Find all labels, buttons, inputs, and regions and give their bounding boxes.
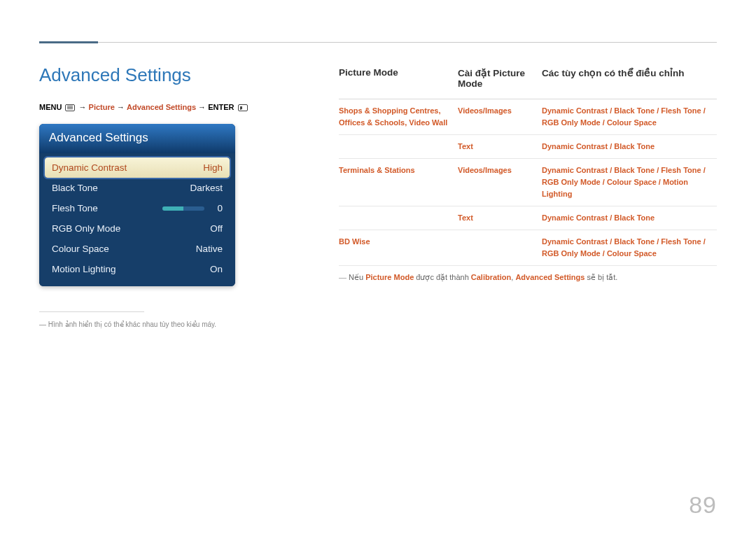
panel-body: Dynamic ContrastHighBlack ToneDarkestFle…: [39, 153, 235, 286]
menu-row[interactable]: RGB Only ModeOff: [45, 218, 230, 239]
breadcrumb-advanced: Advanced Settings: [127, 103, 196, 111]
right-column: Picture Mode Cài đặt Picture Mode Các tù…: [339, 64, 717, 328]
note-text: sẽ bị tắt.: [584, 273, 617, 281]
content: Advanced Settings MENU → Picture → Advan…: [39, 64, 717, 328]
menu-row[interactable]: Flesh Tone0: [45, 198, 230, 218]
menu-row-label: Colour Space: [52, 244, 109, 254]
breadcrumb-menu: MENU: [39, 103, 62, 111]
th-options: Các tùy chọn có thể điều chỉnh: [542, 64, 717, 99]
menu-icon: [65, 104, 75, 111]
table-cell: Dynamic Contrast / Black Tone: [542, 206, 717, 230]
menu-row-label: Black Tone: [52, 183, 98, 193]
th-picture-mode: Picture Mode: [339, 64, 458, 99]
slider[interactable]: 0: [162, 203, 223, 213]
table-cell: Dynamic Contrast / Black Tone / Flesh To…: [542, 230, 717, 266]
table-note: Nếu Picture Mode được đặt thành Calibrat…: [339, 273, 717, 282]
note-text: Nếu: [349, 273, 365, 281]
note-text: được đặt thành: [414, 273, 471, 281]
table-cell: Text: [458, 135, 542, 159]
breadcrumb-arrow: →: [198, 103, 208, 111]
footnote: Hình ảnh hiển thị có thể khác nhau tùy t…: [39, 321, 318, 328]
table-row: TextDynamic Contrast / Black Tone: [339, 206, 717, 230]
table-cell: Dynamic Contrast / Black Tone / Flesh To…: [542, 99, 717, 135]
page: 89 Advanced Settings MENU → Picture → Ad…: [0, 0, 756, 534]
menu-row-value: On: [210, 264, 223, 274]
menu-row-value: 0: [209, 203, 223, 213]
note-bold: Calibration: [471, 273, 511, 281]
table-cell: [339, 135, 458, 159]
info-table: Picture Mode Cài đặt Picture Mode Các tù…: [339, 64, 717, 266]
table-cell: Dynamic Contrast / Black Tone / Flesh To…: [542, 159, 717, 206]
menu-row[interactable]: Dynamic ContrastHigh: [45, 157, 230, 178]
menu-row-value: Off: [210, 223, 223, 234]
table-cell: Videos/Images: [458, 159, 542, 206]
breadcrumb: MENU → Picture → Advanced Settings → ENT…: [39, 103, 318, 111]
menu-row[interactable]: Motion LightingOn: [45, 259, 230, 279]
menu-row-label: Motion Lighting: [52, 264, 116, 274]
menu-row-label: Dynamic Contrast: [52, 162, 127, 173]
note-bold: Picture Mode: [365, 273, 414, 281]
breadcrumb-enter: ENTER: [208, 103, 234, 111]
menu-row-value: Native: [196, 244, 223, 254]
table-cell: Terminals & Stations: [339, 159, 458, 206]
page-title: Advanced Settings: [39, 64, 318, 86]
table-row: BD WiseDynamic Contrast / Black Tone / F…: [339, 230, 717, 266]
table-cell: Shops & Shopping Centres, Offices & Scho…: [339, 99, 458, 135]
settings-panel: Advanced Settings Dynamic ContrastHighBl…: [39, 124, 235, 286]
menu-row-label: Flesh Tone: [52, 203, 98, 213]
menu-row[interactable]: Colour SpaceNative: [45, 239, 230, 259]
note-bold: Advanced Settings: [515, 273, 584, 281]
panel-header: Advanced Settings: [39, 124, 235, 153]
left-column: Advanced Settings MENU → Picture → Advan…: [39, 64, 318, 328]
breadcrumb-arrow: →: [117, 103, 127, 111]
table-row: Shops & Shopping Centres, Offices & Scho…: [339, 99, 717, 135]
table-row: Terminals & StationsVideos/ImagesDynamic…: [339, 159, 717, 206]
menu-row-value: High: [203, 162, 223, 173]
info-table-body: Shops & Shopping Centres, Offices & Scho…: [339, 99, 717, 266]
table-row: TextDynamic Contrast / Black Tone: [339, 135, 717, 159]
menu-row-label: RGB Only Mode: [52, 223, 120, 234]
table-cell: Videos/Images: [458, 99, 542, 135]
menu-row-value: Darkest: [190, 183, 223, 193]
table-cell: [458, 230, 542, 266]
menu-row[interactable]: Black ToneDarkest: [45, 178, 230, 198]
table-cell: Dynamic Contrast / Black Tone: [542, 135, 717, 159]
th-setting: Cài đặt Picture Mode: [458, 64, 542, 99]
table-cell: Text: [458, 206, 542, 230]
divider: [39, 311, 144, 312]
breadcrumb-arrow: →: [79, 103, 89, 111]
top-rule: [39, 42, 717, 43]
enter-icon: [238, 104, 248, 111]
page-number: 89: [689, 491, 717, 519]
table-cell: [339, 206, 458, 230]
table-cell: BD Wise: [339, 230, 458, 266]
breadcrumb-picture: Picture: [89, 103, 115, 111]
